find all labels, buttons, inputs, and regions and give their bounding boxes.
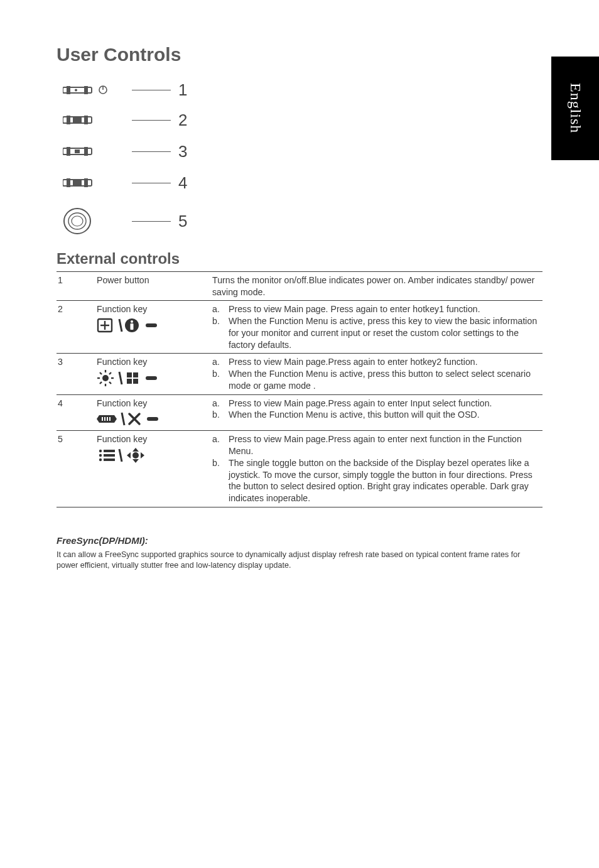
language-label: English xyxy=(567,83,584,133)
svg-rect-17 xyxy=(73,179,82,187)
language-side-tab: English xyxy=(551,57,599,160)
row-key-label: Function key xyxy=(97,304,147,314)
row-desc: a. Press to view Main page.Press again t… xyxy=(211,431,542,507)
svg-line-58 xyxy=(119,449,122,462)
row-key: Function key xyxy=(95,301,211,354)
svg-rect-27 xyxy=(131,323,134,330)
button-icon xyxy=(63,114,132,126)
row-desc: Turns the monitor on/off.Blue indicates … xyxy=(211,272,542,301)
list-text: When the Function Menu is active, this b… xyxy=(229,409,480,421)
leader-line xyxy=(132,183,171,183)
svg-rect-1 xyxy=(67,86,70,94)
row-number: 3 xyxy=(57,354,95,394)
row-key: Function key xyxy=(95,394,211,431)
svg-line-35 xyxy=(109,382,111,384)
svg-rect-39 xyxy=(127,372,132,377)
svg-rect-28 xyxy=(146,323,157,327)
leader-line xyxy=(132,90,171,90)
svg-rect-40 xyxy=(133,372,138,377)
svg-line-38 xyxy=(119,372,122,384)
list-item: b. When the Function Menu is active, pre… xyxy=(212,315,539,350)
table-row: 3 Function key xyxy=(57,354,542,394)
leader-line xyxy=(132,151,171,152)
list-text: Press to view Main page.Press again to e… xyxy=(229,433,539,457)
svg-rect-11 xyxy=(67,147,70,156)
svg-rect-15 xyxy=(67,178,70,187)
svg-rect-42 xyxy=(133,379,138,384)
svg-point-52 xyxy=(99,450,102,452)
list-item: a. Press to view Main page.Press again t… xyxy=(212,356,539,368)
menu-navi-icon xyxy=(97,447,207,464)
list-item: a. Press to view Main page. Press again … xyxy=(212,303,539,315)
list-item: b. The single toggle button on the backs… xyxy=(212,457,539,504)
row-key: Power button xyxy=(95,272,211,301)
row-desc: a. Press to view Main page.Press again t… xyxy=(211,354,542,394)
row-desc: a. Press to view Main page. Press again … xyxy=(211,301,542,354)
diagram-row-2: 2 xyxy=(63,104,542,136)
svg-rect-44 xyxy=(102,417,103,421)
svg-rect-2 xyxy=(84,86,88,94)
svg-rect-13 xyxy=(75,149,80,153)
page-title: User Controls xyxy=(57,44,542,65)
list-label: a. xyxy=(212,433,229,457)
list-text: When the Function Menu is active, press … xyxy=(229,368,539,391)
svg-rect-51 xyxy=(147,417,158,421)
list-text: Press to view Main page.Press again to e… xyxy=(229,356,478,368)
svg-point-29 xyxy=(102,375,109,381)
diagram-number-5: 5 xyxy=(178,212,187,231)
diagram-number-1: 1 xyxy=(178,80,187,100)
table-row: 2 Function key xyxy=(57,301,542,354)
svg-rect-45 xyxy=(104,417,105,421)
svg-point-3 xyxy=(75,89,77,92)
list-label: b. xyxy=(212,368,229,391)
freesync-heading: FreeSync(DP/HDMI): xyxy=(57,535,542,546)
joystick-icon xyxy=(63,204,132,238)
list-text: When the Function Menu is active, press … xyxy=(229,315,539,350)
list-text: The single toggle button on the backside… xyxy=(229,457,539,504)
list-item: b. When the Function Menu is active, thi… xyxy=(212,409,539,421)
diagram-number-4: 4 xyxy=(178,173,187,193)
svg-point-59 xyxy=(132,452,139,458)
page-content: User Controls 1 xyxy=(0,0,599,596)
svg-marker-63 xyxy=(141,452,144,458)
button-icon xyxy=(63,176,132,189)
svg-line-37 xyxy=(109,372,111,374)
brightness-mode-icon xyxy=(97,369,207,387)
controls-diagram: 1 2 xyxy=(63,75,542,244)
svg-rect-7 xyxy=(67,116,70,124)
svg-rect-12 xyxy=(84,147,88,156)
table-row: 1 Power button Turns the monitor on/off.… xyxy=(57,272,542,301)
input-exit-icon xyxy=(97,410,207,428)
row-key-label: Function key xyxy=(97,357,147,367)
svg-rect-57 xyxy=(104,458,115,461)
list-text: Press to view Main page.Press again to e… xyxy=(229,398,492,410)
leader-line xyxy=(132,120,171,121)
svg-marker-61 xyxy=(132,459,139,463)
svg-rect-47 xyxy=(109,417,111,421)
row-desc: a. Press to view Main page.Press again t… xyxy=(211,394,542,431)
svg-line-36 xyxy=(100,382,102,384)
diagram-number-3: 3 xyxy=(178,142,187,161)
diagram-row-4: 4 xyxy=(63,167,542,198)
diagram-number-2: 2 xyxy=(178,111,187,130)
list-label: b. xyxy=(212,315,229,350)
row-number: 2 xyxy=(57,301,95,354)
row-number: 5 xyxy=(57,431,95,507)
svg-rect-46 xyxy=(107,417,108,421)
list-label: a. xyxy=(212,398,229,410)
list-label: a. xyxy=(212,356,229,368)
table-row: 4 Function key xyxy=(57,394,542,431)
svg-line-24 xyxy=(119,319,122,332)
led-button-icon xyxy=(63,82,132,98)
svg-marker-62 xyxy=(127,452,131,458)
svg-point-20 xyxy=(72,216,83,226)
leader-line xyxy=(132,221,171,222)
row-number: 1 xyxy=(57,272,95,301)
list-item: b. When the Function Menu is active, pre… xyxy=(212,368,539,391)
svg-rect-16 xyxy=(84,178,88,187)
svg-rect-8 xyxy=(84,116,88,124)
svg-point-56 xyxy=(99,458,102,461)
controls-table: 1 Power button Turns the monitor on/off.… xyxy=(57,271,542,507)
list-item: a. Press to view Main page.Press again t… xyxy=(212,398,539,410)
svg-rect-9 xyxy=(73,116,82,124)
